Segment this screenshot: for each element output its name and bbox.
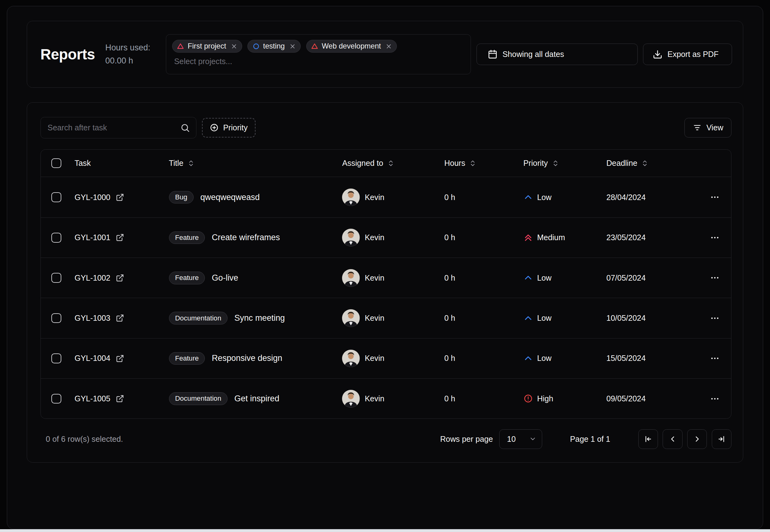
remove-project-icon[interactable] <box>385 43 392 50</box>
task-title: Get inspired <box>234 394 279 404</box>
column-header-priority[interactable]: Priority <box>524 159 607 168</box>
assignee-avatar <box>342 309 360 327</box>
table-body: GYL-1000 Bug qweqweqweasd Kevin 0 h <box>41 177 731 418</box>
assignee-name: Kevin <box>365 273 384 282</box>
assignee-name: Kevin <box>365 354 384 363</box>
sort-icon <box>387 160 395 167</box>
remove-project-icon[interactable] <box>231 43 237 50</box>
project-color-icon <box>252 43 260 50</box>
task-deadline: 10/05/2024 <box>606 314 646 323</box>
priority-label: Low <box>537 314 552 323</box>
priority-label: Low <box>537 354 552 363</box>
first-page-button[interactable] <box>638 429 658 449</box>
open-task-icon[interactable] <box>116 274 124 282</box>
page-title: Reports <box>40 46 95 63</box>
table-toolbar: Priority View <box>40 117 731 138</box>
project-chips-row: First project testing Web development <box>172 40 465 53</box>
task-type-badge: Feature <box>169 272 205 284</box>
row-actions-button[interactable] <box>708 231 722 245</box>
sort-icon <box>187 160 195 167</box>
assignee-name: Kevin <box>365 394 384 403</box>
date-range-button[interactable]: Showing all dates <box>477 44 637 65</box>
open-task-icon[interactable] <box>116 354 124 363</box>
hours-used-label: Hours used: <box>105 41 150 54</box>
row-actions-button[interactable] <box>708 311 722 325</box>
export-pdf-label: Export as PDF <box>668 50 719 59</box>
previous-page-button[interactable] <box>663 429 682 449</box>
assignee-avatar <box>342 189 360 206</box>
project-select-placeholder[interactable]: Select projects... <box>172 57 465 66</box>
export-pdf-button[interactable]: Export as PDF <box>643 44 732 65</box>
pagination <box>638 429 732 449</box>
priority-label: Medium <box>537 233 565 242</box>
open-task-icon[interactable] <box>116 233 124 242</box>
rows-per-page-select[interactable]: 10 <box>499 429 542 449</box>
chevron-left-icon <box>668 435 677 443</box>
remove-project-icon[interactable] <box>289 43 296 50</box>
assignee-avatar <box>342 229 360 246</box>
table-row: GYL-1002 Feature Go-live Kevin 0 h <box>41 258 731 298</box>
tasks-table: Task Title Assigned to Hours <box>40 149 731 419</box>
row-checkbox[interactable] <box>51 353 61 363</box>
open-task-icon[interactable] <box>116 394 124 403</box>
sort-icon <box>641 160 649 167</box>
last-page-icon <box>717 435 726 443</box>
project-multiselect[interactable]: First project testing Web development Se… <box>166 34 471 74</box>
priority-filter-button[interactable]: Priority <box>202 118 255 138</box>
row-checkbox[interactable] <box>51 313 61 323</box>
screen: Reports Hours used: 00.00 h First projec… <box>0 0 770 532</box>
priority-medium-icon <box>524 233 533 242</box>
row-checkbox[interactable] <box>51 273 61 283</box>
next-page-button[interactable] <box>687 429 707 449</box>
task-type-badge: Documentation <box>169 312 227 324</box>
open-task-icon[interactable] <box>116 314 124 322</box>
filter-lines-icon <box>693 123 702 132</box>
view-button-label: View <box>707 123 723 132</box>
download-icon <box>653 49 663 59</box>
column-header-deadline[interactable]: Deadline <box>606 159 699 168</box>
rows-per-page-value: 10 <box>507 435 516 444</box>
row-checkbox[interactable] <box>51 192 61 202</box>
row-actions-button[interactable] <box>708 352 722 365</box>
task-id: GYL-1001 <box>75 233 110 242</box>
task-id: GYL-1004 <box>75 354 110 363</box>
task-type-badge: Bug <box>169 191 194 204</box>
first-page-icon <box>644 435 652 443</box>
task-deadline: 23/05/2024 <box>606 233 646 242</box>
project-color-icon <box>177 43 184 50</box>
priority-low-icon <box>524 354 533 363</box>
assignee-avatar <box>342 390 360 408</box>
select-all-checkbox[interactable] <box>51 158 61 168</box>
assignee-avatar <box>342 350 360 367</box>
project-chip-label: Web development <box>322 42 381 50</box>
last-page-button[interactable] <box>712 429 731 449</box>
task-hours: 0 h <box>445 273 455 282</box>
plus-circle-icon <box>210 123 218 132</box>
search-input[interactable] <box>40 117 197 138</box>
column-header-title[interactable]: Title <box>169 159 342 168</box>
project-chip: First project <box>172 40 242 53</box>
priority-label: Low <box>537 193 552 202</box>
project-chip-label: First project <box>188 42 226 50</box>
task-hours: 0 h <box>445 233 455 242</box>
task-deadline: 15/05/2024 <box>606 354 646 363</box>
assignee-name: Kevin <box>365 193 384 202</box>
task-title: qweqweqweasd <box>200 193 260 202</box>
priority-low-icon <box>524 193 533 202</box>
project-chip: testing <box>247 40 301 53</box>
view-button[interactable]: View <box>684 118 731 138</box>
rows-per-page-label: Rows per page <box>440 435 493 444</box>
open-task-icon[interactable] <box>116 193 124 202</box>
task-title: Go-live <box>212 273 238 283</box>
row-checkbox[interactable] <box>51 233 61 243</box>
column-header-hours[interactable]: Hours <box>445 159 524 168</box>
row-actions-button[interactable] <box>708 271 722 285</box>
chevron-down-icon <box>529 435 537 443</box>
row-actions-button[interactable] <box>708 190 722 204</box>
row-actions-button[interactable] <box>708 392 722 405</box>
row-checkbox[interactable] <box>51 394 61 404</box>
assignee-avatar <box>342 269 360 287</box>
task-title: Sync meeting <box>234 313 285 323</box>
table-row: GYL-1001 Feature Create wireframes Kevin <box>41 217 731 258</box>
column-header-assigned-to[interactable]: Assigned to <box>342 159 444 168</box>
